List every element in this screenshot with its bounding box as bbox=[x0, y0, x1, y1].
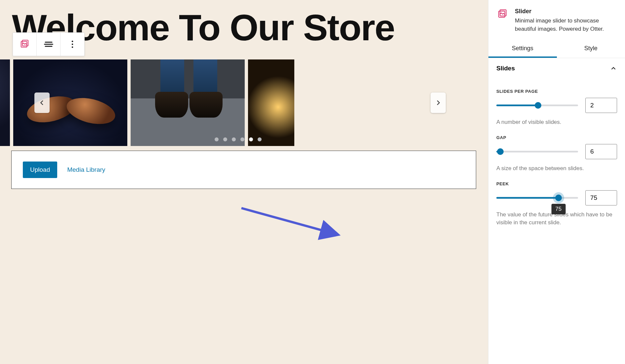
svg-point-5 bbox=[72, 41, 73, 42]
tab-style[interactable]: Style bbox=[557, 40, 625, 58]
block-card-description: Minimal image slider to showcase beautif… bbox=[515, 17, 617, 33]
block-card-title: Slider bbox=[515, 8, 617, 15]
peek-slider[interactable]: 75 bbox=[496, 195, 578, 201]
tab-settings[interactable]: Settings bbox=[488, 40, 557, 58]
peek-label: PEEK bbox=[496, 181, 617, 186]
slider-pagination bbox=[215, 137, 262, 141]
media-placeholder: Upload Media Library bbox=[11, 151, 476, 189]
slider-dot[interactable] bbox=[215, 137, 219, 141]
slides-per-page-desc: A number of visible slides. bbox=[496, 118, 617, 127]
slider-icon bbox=[20, 39, 30, 49]
slide-1 bbox=[13, 59, 127, 146]
slides-per-page-input[interactable] bbox=[585, 98, 617, 113]
chevron-left-icon bbox=[38, 99, 46, 106]
slider-block[interactable] bbox=[0, 59, 476, 146]
gap-input[interactable] bbox=[585, 144, 617, 159]
more-icon bbox=[67, 39, 77, 49]
gap-desc: A size of the space between slides. bbox=[496, 164, 617, 173]
slider-icon bbox=[497, 9, 508, 19]
upload-button[interactable]: Upload bbox=[23, 162, 57, 178]
block-card: Slider Minimal image slider to showcase … bbox=[488, 0, 625, 40]
gap-slider[interactable] bbox=[496, 148, 578, 155]
svg-point-6 bbox=[72, 44, 73, 45]
chevron-up-icon bbox=[610, 65, 617, 72]
slide-peek-right bbox=[248, 59, 294, 146]
slides-per-page-slider[interactable] bbox=[496, 102, 578, 109]
peek-input[interactable] bbox=[585, 190, 617, 205]
chevron-right-icon bbox=[435, 99, 442, 106]
editor-canvas: Welcome To Our Store bbox=[0, 0, 488, 364]
slides-per-page-label: SLIDES PER PAGE bbox=[496, 89, 617, 94]
align-icon bbox=[44, 39, 54, 49]
more-options-button[interactable] bbox=[61, 33, 84, 56]
panel-slides-toggle[interactable]: Slides bbox=[488, 58, 625, 78]
panel-title: Slides bbox=[496, 65, 515, 72]
annotation-arrow bbox=[238, 205, 344, 241]
align-button[interactable] bbox=[37, 33, 61, 56]
inspector-tabs: Settings Style bbox=[488, 40, 625, 58]
slider-dot[interactable] bbox=[249, 137, 253, 141]
slider-dot[interactable] bbox=[232, 137, 236, 141]
slide-2 bbox=[131, 59, 245, 146]
slider-dot[interactable] bbox=[223, 137, 227, 141]
media-library-button[interactable]: Media Library bbox=[67, 166, 105, 173]
peek-tooltip: 75 bbox=[551, 204, 565, 214]
gap-label: GAP bbox=[496, 135, 617, 140]
svg-line-8 bbox=[241, 208, 337, 235]
slider-dot[interactable] bbox=[258, 137, 262, 141]
block-type-button[interactable] bbox=[13, 33, 37, 56]
block-toolbar bbox=[13, 32, 85, 56]
svg-point-7 bbox=[72, 47, 73, 48]
slide-peek-left bbox=[0, 59, 10, 146]
slider-prev-button[interactable] bbox=[34, 92, 50, 113]
block-card-icon bbox=[496, 8, 509, 20]
slider-dot[interactable] bbox=[240, 137, 244, 141]
inspector-sidebar: Slider Minimal image slider to showcase … bbox=[488, 0, 625, 364]
panel-slides-body: SLIDES PER PAGE A number of visible slid… bbox=[488, 78, 625, 234]
slider-next-button[interactable] bbox=[431, 92, 446, 113]
